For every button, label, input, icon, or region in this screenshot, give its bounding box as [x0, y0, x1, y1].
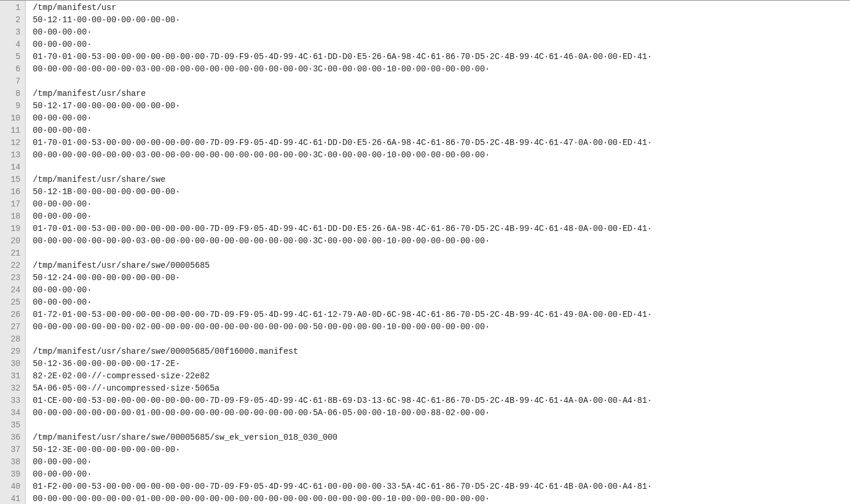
code-content-area[interactable]: /tmp/manifest/usr50·12·11·00·00·00·00·00…: [26, 1, 850, 504]
code-line[interactable]: 01·70·01·00·53·00·00·00·00·00·00·00·7D·0…: [33, 51, 850, 63]
line-number: 13: [4, 149, 20, 161]
code-line[interactable]: 50·12·36·00·00·00·00·00·17·2E·: [33, 358, 850, 370]
code-line[interactable]: 00·00·00·00·: [33, 296, 850, 309]
line-number: 29: [4, 346, 20, 358]
line-number: 7: [4, 75, 20, 88]
code-line[interactable]: 00·00·00·00·00·00·00·01·00·00·00·00·00·0…: [33, 407, 850, 419]
line-number: 39: [4, 468, 20, 481]
line-number: 15: [4, 174, 20, 186]
line-number: 21: [4, 247, 20, 260]
line-number: 35: [4, 419, 20, 431]
code-line[interactable]: 01·72·01·00·53·00·00·00·00·00·00·00·7D·0…: [33, 309, 850, 321]
line-number: 1: [4, 2, 20, 14]
code-line[interactable]: 00·00·00·00·: [33, 125, 850, 137]
line-number: 36: [4, 431, 20, 444]
line-number: 31: [4, 370, 20, 382]
code-line[interactable]: 01·CE·00·00·53·00·00·00·00·00·00·00·7D·0…: [33, 395, 850, 407]
line-number: 16: [4, 186, 20, 198]
code-line[interactable]: 50·12·17·00·00·00·00·00·00·00·: [33, 100, 850, 112]
code-line[interactable]: 00·00·00·00·: [33, 210, 850, 223]
line-number: 4: [4, 39, 20, 51]
line-number: 38: [4, 456, 20, 468]
code-line[interactable]: 50·12·11·00·00·00·00·00·00·00·: [33, 14, 850, 26]
code-line[interactable]: /tmp/manifest/usr: [33, 2, 850, 14]
line-number: 17: [4, 198, 20, 210]
code-line[interactable]: 5A·06·05·00·//·uncompressed·size·5065a: [33, 382, 850, 395]
code-line[interactable]: /tmp/manifest/usr/share/swe/00005685: [33, 260, 850, 272]
line-number: 26: [4, 309, 20, 321]
code-line[interactable]: 00·00·00·00·: [33, 284, 850, 296]
line-number: 2: [4, 14, 20, 26]
code-line[interactable]: 01·70·01·00·53·00·00·00·00·00·00·00·7D·0…: [33, 137, 850, 149]
code-line[interactable]: [33, 161, 850, 174]
line-number-gutter: 1234567891011121314151617181920212223242…: [0, 1, 26, 504]
code-line[interactable]: 50·12·1B·00·00·00·00·00·00·00·: [33, 186, 850, 198]
code-line[interactable]: 00·00·00·00·: [33, 112, 850, 125]
line-number: 37: [4, 444, 20, 456]
line-number: 9: [4, 100, 20, 112]
line-number: 6: [4, 63, 20, 75]
code-line[interactable]: 00·00·00·00·: [33, 26, 850, 39]
code-line[interactable]: [33, 75, 850, 88]
code-line[interactable]: 00·00·00·00·: [33, 468, 850, 481]
line-number: 34: [4, 407, 20, 419]
code-line[interactable]: /tmp/manifest/usr/share: [33, 88, 850, 100]
line-number: 14: [4, 161, 20, 174]
line-number: 28: [4, 333, 20, 346]
line-number: 10: [4, 112, 20, 125]
code-line[interactable]: 00·00·00·00·: [33, 39, 850, 51]
line-number: 3: [4, 26, 20, 39]
line-number: 41: [4, 493, 20, 504]
code-line[interactable]: [33, 333, 850, 346]
code-line[interactable]: /tmp/manifest/usr/share/swe: [33, 174, 850, 186]
code-line[interactable]: 00·00·00·00·: [33, 456, 850, 468]
line-number: 5: [4, 51, 20, 63]
line-number: 25: [4, 296, 20, 309]
line-number: 27: [4, 321, 20, 333]
line-number: 24: [4, 284, 20, 296]
code-line[interactable]: 01·70·01·00·53·00·00·00·00·00·00·00·7D·0…: [33, 223, 850, 235]
code-line[interactable]: 82·2E·02·00·//·compressed·size·22e82: [33, 370, 850, 382]
line-number: 12: [4, 137, 20, 149]
code-line[interactable]: 00·00·00·00·00·00·00·03·00·00·00·00·00·0…: [33, 63, 850, 75]
line-number: 20: [4, 235, 20, 247]
line-number: 19: [4, 223, 20, 235]
code-line[interactable]: [33, 247, 850, 260]
code-line[interactable]: 01·F2·00·00·53·00·00·00·00·00·00·00·7D·0…: [33, 481, 850, 493]
code-line[interactable]: 50·12·3E·00·00·00·00·00·00·00·: [33, 444, 850, 456]
line-number: 40: [4, 481, 20, 493]
line-number: 23: [4, 272, 20, 284]
code-line[interactable]: 00·00·00·00·00·00·00·01·00·00·00·00·00·0…: [33, 493, 850, 504]
text-editor[interactable]: 1234567891011121314151617181920212223242…: [0, 0, 850, 504]
line-number: 18: [4, 210, 20, 223]
line-number: 8: [4, 88, 20, 100]
code-line[interactable]: 00·00·00·00·: [33, 198, 850, 210]
code-line[interactable]: 00·00·00·00·00·00·00·03·00·00·00·00·00·0…: [33, 235, 850, 247]
code-line[interactable]: 00·00·00·00·00·00·00·02·00·00·00·00·00·0…: [33, 321, 850, 333]
line-number: 33: [4, 395, 20, 407]
line-number: 32: [4, 382, 20, 395]
code-line[interactable]: /tmp/manifest/usr/share/swe/00005685/00f…: [33, 346, 850, 358]
line-number: 11: [4, 125, 20, 137]
line-number: 22: [4, 260, 20, 272]
code-line[interactable]: 50·12·24·00·00·00·00·00·00·00·: [33, 272, 850, 284]
code-line[interactable]: /tmp/manifest/usr/share/swe/00005685/sw_…: [33, 431, 850, 444]
line-number: 30: [4, 358, 20, 370]
code-line[interactable]: 00·00·00·00·00·00·00·03·00·00·00·00·00·0…: [33, 149, 850, 161]
code-line[interactable]: [33, 419, 850, 431]
